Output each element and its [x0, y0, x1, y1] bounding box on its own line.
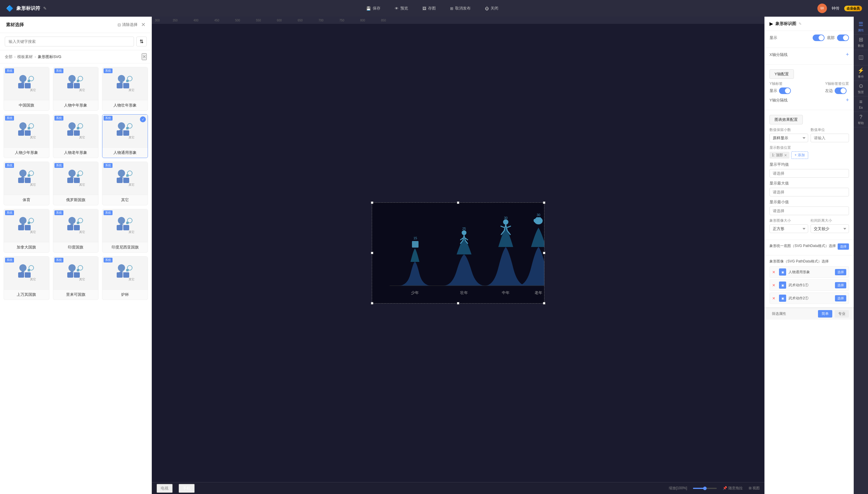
show-toggle[interactable]	[813, 35, 825, 41]
pro-mode-button[interactable]: 专业	[835, 310, 849, 318]
material-item[interactable]: 系统 其它 加拿大国旗	[4, 209, 50, 253]
svg-text:其它: 其它	[79, 230, 85, 234]
material-item[interactable]: 系统 其它 人物少年形象	[4, 114, 50, 158]
max-input[interactable]	[770, 188, 849, 196]
col-gap-select[interactable]: 交叉较少	[811, 224, 849, 233]
svg-text:750: 750	[339, 19, 344, 22]
svg-text:中年: 中年	[502, 290, 510, 295]
zoom-slider[interactable]	[693, 488, 717, 489]
image-remove-button[interactable]: ✕	[772, 296, 775, 301]
y-label-show-toggle[interactable]	[779, 88, 791, 94]
svg-marker-10	[70, 81, 74, 83]
preview-button[interactable]: 👁 预览	[391, 4, 412, 13]
breadcrumb-close-button[interactable]: ✕	[142, 53, 147, 60]
image-remove-button[interactable]: ✕	[772, 283, 775, 287]
svg-point-26	[29, 124, 34, 128]
svg-rect-71	[67, 225, 73, 230]
breadcrumb-current[interactable]: 象形图标SVG	[38, 54, 61, 59]
image-select-button[interactable]: 选择	[835, 269, 846, 275]
svg-text:其它: 其它	[129, 136, 135, 139]
system-tag: 系统	[103, 210, 113, 215]
material-item[interactable]: 系统 其它 印度尼西亚国旗	[102, 209, 148, 253]
help-icon: ?	[860, 114, 862, 120]
chart-effect-button[interactable]: 图表效果配置	[770, 115, 803, 125]
yaxis-section: Y轴配置 Y轴标签 显示 Y轴标签签位置 左边	[765, 64, 854, 110]
y-axis-config-button[interactable]: Y轴配置	[770, 69, 794, 79]
system-tag: 系统	[55, 258, 63, 263]
simple-mode-button[interactable]: 简单	[818, 310, 832, 318]
svg-text:其它: 其它	[30, 89, 36, 92]
canvas-main[interactable]: 15 25 30	[152, 24, 765, 482]
view-label: ⊞ 视图	[749, 486, 760, 491]
right-panel-edit-icon[interactable]: ✎	[799, 22, 801, 26]
tv-tab[interactable]: 电视	[156, 484, 173, 493]
svg-point-28	[69, 122, 76, 130]
image-list-item: ✕ ▣ 武术动作2① 选择	[770, 292, 849, 304]
img-size-select[interactable]: 正方形	[770, 224, 808, 233]
save-button[interactable]: 💾 保存	[362, 4, 384, 13]
close-button[interactable]: ⏻ 关闭	[481, 4, 502, 13]
unified-select-button[interactable]: 选择	[838, 243, 849, 250]
unit-input[interactable]	[811, 134, 849, 142]
component-tab[interactable]: ◫	[854, 50, 868, 65]
image-remove-button[interactable]: ✕	[772, 270, 775, 274]
material-name: 人物通用形象	[102, 147, 148, 158]
material-item[interactable]: 系统 其它 人物老年形象	[53, 114, 99, 158]
ea-tab[interactable]: ≡ Ea	[854, 96, 868, 112]
clear-selection-button[interactable]: ⊡ 清除选择	[118, 22, 137, 27]
breadcrumb: 全部 › 模板素材 › 象形图标SVG ✕	[0, 50, 152, 63]
material-item[interactable]: 系统 其它 里来可国旗	[53, 256, 99, 300]
filter-attrs-button[interactable]: 筛选属性	[770, 310, 789, 318]
y-pos-toggle[interactable]	[835, 88, 847, 94]
svg-point-19	[127, 76, 132, 81]
phone-tab[interactable]: 手机	[178, 484, 195, 493]
show-label: 显示	[770, 35, 777, 40]
image-select-button[interactable]: 选择	[835, 282, 846, 288]
image-select-button[interactable]: 选择	[835, 295, 846, 302]
breadcrumb-all[interactable]: 全部	[5, 54, 13, 59]
close-icon: ⏻	[485, 6, 489, 11]
material-item[interactable]: 系统 其它 炉杯	[102, 256, 148, 300]
material-item[interactable]: 系统 其它 体育	[4, 162, 50, 205]
material-item[interactable]: 系统 其它 其它	[102, 162, 148, 205]
export-button[interactable]: 🖼 存图	[419, 4, 439, 13]
svg-text:其它: 其它	[129, 278, 135, 281]
material-item[interactable]: 系统 其它 印度国旗	[53, 209, 99, 253]
svg-point-121	[462, 230, 467, 235]
data-tab[interactable]: ⊞ 数据	[854, 35, 868, 50]
material-item[interactable]: 系统 其它 人物壮年形象	[102, 67, 148, 111]
avg-input[interactable]	[770, 169, 849, 178]
material-item[interactable]: 系统 其它 中国国旗	[4, 67, 50, 111]
help-tab[interactable]: ? 帮助	[854, 112, 868, 127]
svg-rect-50	[67, 178, 73, 183]
svg-text:400: 400	[193, 19, 199, 22]
y-axis-add-button[interactable]: +	[846, 97, 849, 103]
y-sep-label: Y轴分隔线	[770, 98, 788, 103]
search-input[interactable]	[5, 37, 134, 46]
breadcrumb-template[interactable]: 模板素材	[17, 54, 33, 59]
title-edit-icon[interactable]: ✎	[43, 6, 47, 11]
svg-marker-38	[119, 129, 124, 130]
decimal-select[interactable]: 原样显示	[770, 134, 808, 142]
unpublish-button[interactable]: ⊞ 取消发布	[447, 4, 474, 13]
attributes-tab[interactable]: ☰ 属性	[854, 19, 868, 35]
svg-point-89	[29, 265, 34, 270]
add-display-pos-button[interactable]: + 添加	[791, 151, 808, 159]
display-pos-remove[interactable]: ✕	[784, 153, 787, 157]
svg-marker-80	[119, 224, 124, 225]
svg-point-82	[127, 218, 132, 223]
bottom-toggle[interactable]	[837, 35, 849, 41]
material-item[interactable]: 系统 其它 人物通用形象 ✓	[102, 114, 148, 158]
sort-button[interactable]: ⇅	[136, 37, 147, 46]
presets-tab[interactable]: ⊙ 预置	[854, 81, 868, 96]
min-input[interactable]	[770, 207, 849, 215]
svg-rect-126	[536, 217, 541, 219]
material-item[interactable]: 系统 其它 上万其国旗	[4, 256, 50, 300]
panel-close-button[interactable]: ✕	[141, 21, 146, 28]
system-tag: 系统	[5, 163, 14, 168]
material-item[interactable]: 系统 其它 人物中年形象	[53, 67, 99, 111]
svg-rect-65	[25, 225, 31, 230]
material-item[interactable]: 系统 其它 俄罗斯国旗	[53, 162, 99, 205]
x-axis-add-button[interactable]: +	[846, 52, 849, 58]
events-tab[interactable]: ⚡ 事件	[854, 65, 868, 81]
